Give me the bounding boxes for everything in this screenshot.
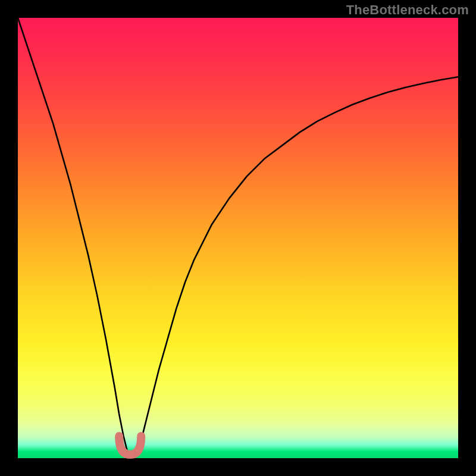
- bottleneck-curve: [18, 18, 458, 458]
- curve-layer: [18, 18, 458, 458]
- minimum-marker: [119, 436, 141, 455]
- plot-area: [18, 18, 458, 458]
- watermark-text: TheBottleneck.com: [346, 2, 469, 18]
- chart-frame: TheBottleneck.com: [0, 0, 476, 476]
